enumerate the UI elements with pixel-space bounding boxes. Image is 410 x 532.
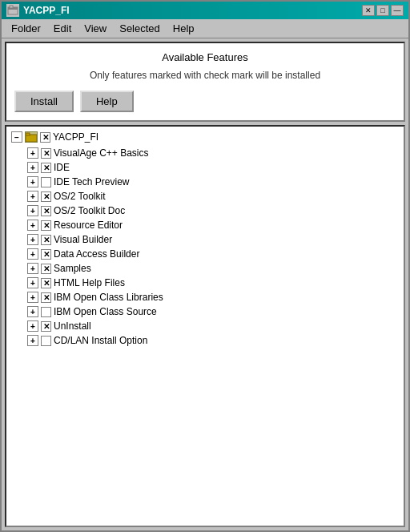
label-samples: Samples bbox=[54, 263, 91, 274]
help-button[interactable]: Help bbox=[80, 91, 134, 112]
tree-item-html-help-files: +✕HTML Help Files bbox=[8, 276, 402, 290]
expand-data-access-builder[interactable]: + bbox=[27, 248, 38, 260]
checkbox-visualage-basics[interactable]: ✕ bbox=[41, 148, 51, 159]
view-menu[interactable]: View bbox=[78, 21, 113, 36]
main-window: YACPP_FI ✕ □ — Folder Edit View Selected… bbox=[0, 0, 410, 532]
edit-menu[interactable]: Edit bbox=[47, 21, 78, 36]
expand-os2-toolkit[interactable]: + bbox=[27, 191, 38, 202]
checkbox-resource-editor[interactable]: ✕ bbox=[41, 220, 51, 231]
tree-item-visualage-basics: +✕VisualAge C++ Basics bbox=[8, 146, 402, 160]
checkbox-ibm-open-class-source[interactable] bbox=[41, 307, 51, 317]
tree-item-os2-toolkit: +✕OS/2 Toolkit bbox=[8, 189, 402, 204]
label-ide: IDE bbox=[54, 162, 70, 173]
tree-item-ide: +✕IDE bbox=[8, 160, 402, 175]
tree-item-ibm-open-class-source: +IBM Open Class Source bbox=[8, 304, 402, 319]
checkbox-cd-lan-install-option[interactable] bbox=[41, 336, 51, 346]
minimize-button[interactable]: — bbox=[391, 5, 404, 16]
action-buttons: Install Help bbox=[14, 91, 396, 112]
label-data-access-builder: Data Access Builder bbox=[54, 248, 139, 260]
tree-item-os2-toolkit-doc: +✕OS/2 Toolkit Doc bbox=[8, 204, 402, 218]
folder-menu[interactable]: Folder bbox=[5, 21, 47, 36]
label-ibm-open-class-libraries: IBM Open Class Libraries bbox=[54, 292, 163, 303]
close-button[interactable]: ✕ bbox=[362, 5, 375, 16]
tree-item-cd-lan-install-option: +CD/LAN Install Option bbox=[8, 333, 402, 348]
install-button[interactable]: Install bbox=[14, 91, 74, 112]
expand-resource-editor[interactable]: + bbox=[27, 220, 38, 231]
expand-os2-toolkit-doc[interactable]: + bbox=[27, 205, 38, 216]
selected-menu[interactable]: Selected bbox=[113, 21, 167, 36]
checkbox-os2-toolkit[interactable]: ✕ bbox=[41, 191, 51, 202]
checkbox-ide[interactable]: ✕ bbox=[41, 163, 51, 173]
maximize-button[interactable]: □ bbox=[376, 5, 389, 16]
content-area: Available Features Only features marked … bbox=[5, 42, 405, 122]
root-label: YACPP_FI bbox=[53, 131, 98, 143]
label-os2-toolkit: OS/2 Toolkit bbox=[54, 191, 105, 202]
tree-item-samples: +✕Samples bbox=[8, 261, 402, 276]
available-title: Available Features bbox=[14, 51, 396, 63]
expand-cd-lan-install-option[interactable]: + bbox=[27, 335, 38, 346]
svg-rect-4 bbox=[26, 133, 30, 135]
label-html-help-files: HTML Help Files bbox=[54, 277, 125, 288]
available-subtitle: Only features marked with check mark wil… bbox=[14, 70, 396, 81]
tree-item-uninstall: +✕UnInstall bbox=[8, 319, 402, 333]
checkbox-os2-toolkit-doc[interactable]: ✕ bbox=[41, 206, 51, 216]
expand-uninstall[interactable]: + bbox=[27, 320, 38, 332]
label-resource-editor: Resource Editor bbox=[54, 220, 123, 231]
tree-section[interactable]: − ✕ YACPP_FI +✕VisualAge C++ Basics+✕IDE… bbox=[5, 125, 405, 527]
tree-item-visual-builder: +✕Visual Builder bbox=[8, 232, 402, 247]
checkbox-ide-tech-preview[interactable] bbox=[41, 177, 51, 187]
expand-visual-builder[interactable]: + bbox=[27, 234, 38, 245]
tree-root: − ✕ YACPP_FI bbox=[8, 130, 402, 144]
label-uninstall: UnInstall bbox=[54, 320, 91, 332]
tree-item-resource-editor: +✕Resource Editor bbox=[8, 218, 402, 232]
root-checkbox[interactable]: ✕ bbox=[40, 132, 50, 143]
tree-items: +✕VisualAge C++ Basics+✕IDE+IDE Tech Pre… bbox=[8, 146, 402, 348]
root-folder-icon bbox=[25, 131, 38, 143]
checkbox-uninstall[interactable]: ✕ bbox=[41, 321, 51, 332]
label-visualage-basics: VisualAge C++ Basics bbox=[54, 147, 149, 159]
help-menu[interactable]: Help bbox=[167, 21, 201, 36]
checkbox-ibm-open-class-libraries[interactable]: ✕ bbox=[41, 292, 51, 303]
checkbox-visual-builder[interactable]: ✕ bbox=[41, 235, 51, 245]
expand-ide-tech-preview[interactable]: + bbox=[27, 176, 38, 187]
tree-item-data-access-builder: +✕Data Access Builder bbox=[8, 247, 402, 261]
tree-item-ibm-open-class-libraries: +✕IBM Open Class Libraries bbox=[8, 290, 402, 304]
expand-ide[interactable]: + bbox=[27, 162, 38, 173]
expand-ibm-open-class-libraries[interactable]: + bbox=[27, 292, 38, 303]
checkbox-html-help-files[interactable]: ✕ bbox=[41, 278, 51, 288]
title-bar-left: YACPP_FI bbox=[6, 4, 70, 17]
window-icon bbox=[6, 4, 19, 17]
label-os2-toolkit-doc: OS/2 Toolkit Doc bbox=[54, 205, 125, 216]
label-ide-tech-preview: IDE Tech Preview bbox=[54, 176, 129, 187]
checkbox-samples[interactable]: ✕ bbox=[41, 264, 51, 274]
window-title: YACPP_FI bbox=[23, 5, 70, 16]
svg-rect-2 bbox=[10, 6, 13, 8]
title-bar: YACPP_FI ✕ □ — bbox=[2, 2, 408, 19]
label-visual-builder: Visual Builder bbox=[54, 234, 112, 245]
tree-item-ide-tech-preview: +IDE Tech Preview bbox=[8, 175, 402, 189]
checkbox-data-access-builder[interactable]: ✕ bbox=[41, 249, 51, 260]
expand-samples[interactable]: + bbox=[27, 263, 38, 274]
label-cd-lan-install-option: CD/LAN Install Option bbox=[54, 335, 147, 346]
label-ibm-open-class-source: IBM Open Class Source bbox=[54, 306, 157, 317]
title-bar-controls: ✕ □ — bbox=[362, 5, 404, 16]
root-expand-button[interactable]: − bbox=[11, 131, 22, 143]
menu-bar: Folder Edit View Selected Help bbox=[2, 19, 408, 38]
expand-visualage-basics[interactable]: + bbox=[27, 147, 38, 159]
expand-ibm-open-class-source[interactable]: + bbox=[27, 306, 38, 317]
expand-html-help-files[interactable]: + bbox=[27, 277, 38, 288]
